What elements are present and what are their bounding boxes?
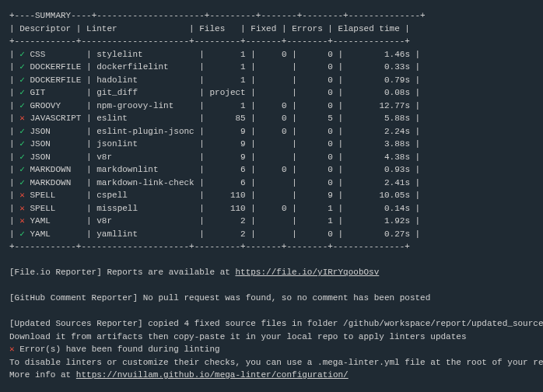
descriptor: JSON: [30, 127, 81, 136]
linter: eslint-plugin-jsonc: [96, 127, 194, 136]
descriptor: MARKDOWN: [30, 178, 81, 187]
check-icon: ✓: [19, 101, 25, 110]
separator-bottom: +------------+---------------------+----…: [9, 240, 534, 254]
check-icon: ✓: [19, 229, 25, 239]
cross-icon: ✕: [19, 114, 25, 123]
files: 9: [210, 152, 246, 162]
files: 85: [210, 114, 246, 123]
files: 1: [210, 75, 246, 85]
elapsed: 2.41s: [349, 178, 410, 187]
elapsed: 0.33s: [349, 62, 410, 72]
separator-top: +----SUMMARY----+---------------------+-…: [9, 9, 534, 23]
separator: +------------+---------------------+----…: [9, 35, 534, 48]
errors: 9: [302, 191, 333, 200]
table-row: | ✓ GROOVY | npm-groovy-lint | 1 | 0 | 0…: [9, 100, 534, 113]
fixed: [261, 178, 287, 187]
errors: 0: [302, 178, 333, 187]
check-icon: ✓: [19, 178, 25, 187]
fixed: 0: [261, 101, 287, 110]
fixed: 0: [261, 114, 287, 123]
errors: 1: [302, 204, 333, 213]
disable-line: To disable linters or customize their ch…: [9, 356, 534, 369]
table-row: | ✓ DOCKERFILE | hadolint | 1 | | 0 | 0.…: [9, 74, 534, 87]
files: 9: [210, 139, 246, 149]
descriptor: SPELL: [30, 204, 81, 213]
errors: 0: [302, 229, 333, 239]
errors: 0: [302, 101, 333, 110]
check-icon: ✓: [19, 88, 25, 97]
elapsed: 5.88s: [349, 114, 410, 123]
descriptor: SPELL: [30, 191, 81, 200]
descriptor: YAML: [30, 216, 81, 226]
cross-icon: ✕: [19, 204, 25, 213]
files: 2: [210, 229, 246, 239]
errors: 0: [302, 75, 333, 85]
table-row: | ✓ MARKDOWN | markdown-link-check | 6 |…: [9, 177, 534, 190]
check-icon: ✓: [19, 62, 25, 72]
fixed: [261, 229, 287, 239]
table-row: | ✕ SPELL | misspell | 110 | 0 | 1 | 0.1…: [9, 202, 534, 215]
fileio-link[interactable]: https://file.io/yIRrYqoobOsv: [235, 268, 379, 277]
linter: git_diff: [96, 88, 194, 97]
elapsed: 10.05s: [349, 191, 410, 200]
files: 110: [210, 191, 246, 200]
elapsed: 1.92s: [349, 216, 410, 226]
elapsed: 0.79s: [349, 75, 410, 85]
errors: 0: [302, 165, 333, 174]
descriptor: CSS: [30, 50, 81, 59]
fixed: [261, 191, 287, 200]
elapsed: 0.93s: [349, 165, 410, 174]
check-icon: ✓: [19, 50, 25, 59]
errors: 0: [302, 152, 333, 162]
linter: cspell: [96, 191, 194, 200]
files: 6: [210, 165, 246, 174]
elapsed: 1.46s: [349, 50, 410, 59]
table-row: | ✓ DOCKERFILE | dockerfilelint | 1 | | …: [9, 61, 534, 74]
fixed: [261, 152, 287, 162]
files: 110: [210, 204, 246, 213]
check-icon: ✓: [19, 75, 25, 85]
fixed: [261, 62, 287, 72]
table-row: | ✓ GIT | git_diff | project | | 0 | 0.0…: [9, 86, 534, 100]
fixed: [261, 88, 287, 97]
linter: markdownlint: [96, 165, 194, 174]
table-row: | ✓ JSON | jsonlint | 9 | | 0 | 3.88s |: [9, 138, 534, 151]
linter: yamllint: [96, 229, 194, 239]
table-row: | ✓ JSON | eslint-plugin-jsonc | 9 | 0 |…: [9, 125, 534, 138]
gh-comment-line: [GitHub Comment Reporter] No pull reques…: [9, 292, 534, 305]
table-row: | ✓ YAML | yamllint | 2 | | 0 | 0.27s |: [9, 228, 534, 241]
summary-rows: | ✓ CSS | stylelint | 1 | 0 | 0 | 1.46s …: [9, 48, 534, 241]
table-row: | ✓ JSON | v8r | 9 | | 0 | 4.38s |: [9, 151, 534, 164]
fixed: [261, 75, 287, 85]
check-icon: ✓: [19, 152, 25, 162]
fileio-line: [File.io Reporter] Reports are available…: [9, 266, 534, 279]
cross-icon: ✕: [19, 191, 25, 200]
linter: npm-groovy-lint: [96, 101, 194, 110]
descriptor: DOCKERFILE: [30, 62, 81, 72]
files: 1: [210, 50, 246, 59]
fixed: 0: [261, 165, 287, 174]
files: 6: [210, 178, 246, 187]
descriptor: MARKDOWN: [30, 165, 81, 174]
table-row: | ✕ YAML | v8r | 2 | | 1 | 1.92s |: [9, 215, 534, 228]
fixed: [261, 139, 287, 149]
errors: 0: [302, 50, 333, 59]
descriptor: JAVASCRIPT: [30, 114, 81, 123]
elapsed: 0.27s: [349, 229, 410, 239]
check-icon: ✓: [19, 127, 25, 136]
errors: 1: [302, 216, 333, 226]
files: 1: [210, 62, 246, 72]
errors: 0: [302, 88, 333, 97]
descriptor: JSON: [30, 152, 81, 162]
fixed: 0: [261, 50, 287, 59]
linter: markdown-link-check: [96, 178, 194, 187]
errors-found-line: ✕ Error(s) have been found during lintin…: [9, 343, 534, 356]
more-info-link[interactable]: https://nvuillam.github.io/mega-linter/c…: [76, 370, 349, 380]
check-icon: ✓: [19, 165, 25, 174]
linter: v8r: [96, 152, 194, 162]
files: 2: [210, 216, 246, 226]
linter: hadolint: [96, 75, 194, 85]
more-info-line: More info at https://nvuillam.github.io/…: [9, 369, 534, 382]
linter: jsonlint: [96, 139, 194, 149]
errors: 0: [302, 139, 333, 149]
